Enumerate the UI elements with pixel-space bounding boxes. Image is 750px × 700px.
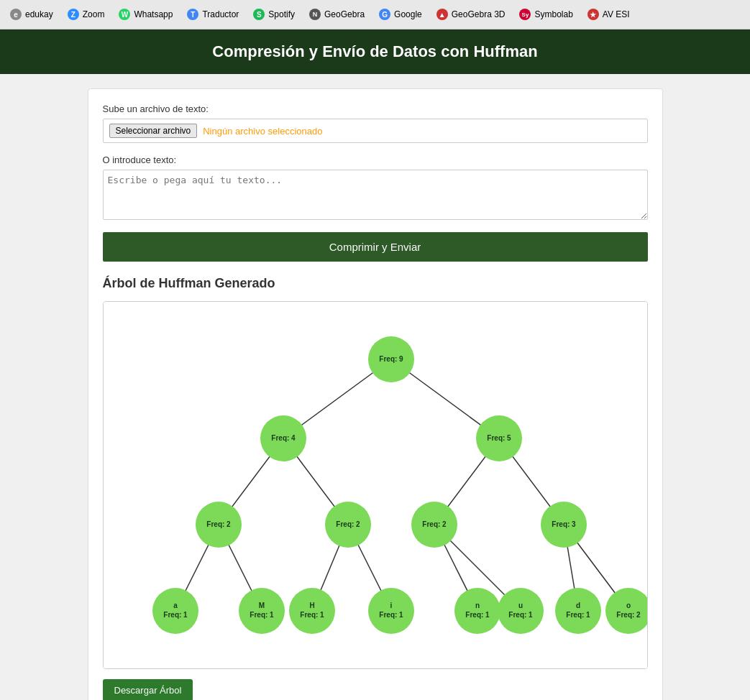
geogebra3d-icon: ▲ bbox=[436, 9, 448, 20]
tab-zoom[interactable]: Z Zoom bbox=[60, 1, 112, 27]
geogebra-icon: N bbox=[309, 9, 321, 20]
tab-geogebra3d[interactable]: ▲ GeoGebra 3D bbox=[429, 1, 513, 27]
download-tree-button[interactable]: Descargar Árbol bbox=[103, 679, 193, 700]
tree-container: Freq: 9 Freq: 4 Freq: 5 Freq: 2 Freq: 2 … bbox=[103, 301, 648, 669]
no-file-text: Ningún archivo seleccionado bbox=[203, 126, 322, 137]
node-root-label: Freq: 9 bbox=[379, 355, 403, 363]
page-title: Compresión y Envío de Datos con Huffman bbox=[212, 42, 537, 60]
node-ld-label: d bbox=[575, 602, 580, 609]
text-input[interactable] bbox=[103, 170, 648, 220]
whatsapp-icon: W bbox=[119, 9, 130, 20]
node-n4-label: Freq: 2 bbox=[336, 520, 360, 528]
main-content: Sube un archivo de texto: Seleccionar ar… bbox=[88, 88, 663, 700]
node-ln-label: n bbox=[475, 602, 479, 609]
edukay-icon: e bbox=[10, 9, 22, 20]
compress-button[interactable]: Comprimir y Enviar bbox=[103, 232, 648, 262]
upload-label: Sube un archivo de texto: bbox=[103, 103, 648, 114]
node-n3-label: Freq: 2 bbox=[206, 520, 231, 528]
tab-avesi[interactable]: ★ AV ESI bbox=[580, 1, 637, 27]
text-input-label: O introduce texto: bbox=[103, 155, 648, 165]
svg-text:Freq: 1: Freq: 1 bbox=[300, 611, 324, 619]
node-n6-label: Freq: 3 bbox=[552, 520, 576, 528]
svg-text:Freq: 1: Freq: 1 bbox=[379, 611, 403, 619]
node-n2-label: Freq: 5 bbox=[487, 434, 511, 442]
google-icon: G bbox=[379, 9, 390, 20]
svg-text:Freq: 1: Freq: 1 bbox=[465, 611, 490, 619]
tree-title: Árbol de Huffman Generado bbox=[103, 276, 648, 291]
page-header: Compresión y Envío de Datos con Huffman bbox=[0, 29, 750, 74]
symbolab-icon: Sy bbox=[519, 9, 531, 20]
browser-tab-bar: e edukay Z Zoom W Whatsapp T Traductor S… bbox=[0, 0, 750, 29]
node-n1-label: Freq: 4 bbox=[271, 434, 296, 442]
svg-text:Freq: 1: Freq: 1 bbox=[163, 611, 188, 619]
node-li-label: i bbox=[390, 602, 392, 609]
tab-google[interactable]: G Google bbox=[372, 1, 429, 27]
node-lo-label: o bbox=[626, 602, 630, 609]
node-lu-label: u bbox=[518, 602, 522, 609]
zoom-icon: Z bbox=[68, 9, 79, 20]
spotify-icon: S bbox=[253, 9, 265, 20]
tab-edukay[interactable]: e edukay bbox=[3, 1, 60, 27]
tab-spotify[interactable]: S Spotify bbox=[246, 1, 302, 27]
tree-section: Árbol de Huffman Generado bbox=[103, 276, 648, 700]
svg-text:Freq: 1: Freq: 1 bbox=[250, 611, 274, 619]
svg-text:Freq: 2: Freq: 2 bbox=[616, 611, 641, 619]
traductor-icon: T bbox=[187, 9, 198, 20]
svg-text:Freq: 1: Freq: 1 bbox=[508, 611, 533, 619]
avesi-icon: ★ bbox=[587, 9, 599, 20]
tab-geogebra[interactable]: N GeoGebra bbox=[302, 1, 372, 27]
node-n5-label: Freq: 2 bbox=[422, 520, 447, 528]
svg-text:Freq: 1: Freq: 1 bbox=[566, 611, 590, 619]
node-lH-label: H bbox=[309, 602, 314, 609]
tab-traductor[interactable]: T Traductor bbox=[180, 1, 246, 27]
tab-whatsapp[interactable]: W Whatsapp bbox=[111, 1, 180, 27]
file-select-button[interactable]: Seleccionar archivo bbox=[109, 124, 198, 138]
node-lM-label: M bbox=[258, 602, 264, 609]
tab-symbolab[interactable]: Sy Symbolab bbox=[512, 1, 580, 27]
file-upload-row: Seleccionar archivo Ningún archivo selec… bbox=[103, 119, 648, 143]
huffman-tree-svg: Freq: 9 Freq: 4 Freq: 5 Freq: 2 Freq: 2 … bbox=[118, 316, 648, 654]
node-la-label: a bbox=[173, 602, 178, 609]
